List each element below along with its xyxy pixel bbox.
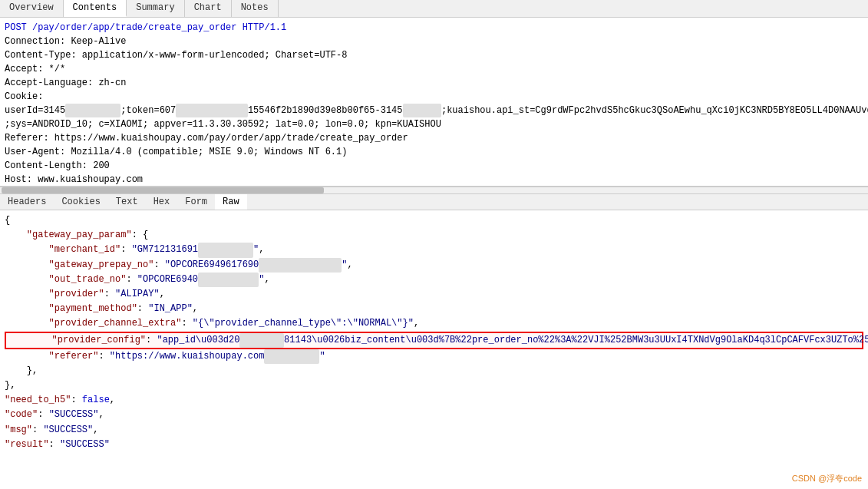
json-line-0: { (5, 213, 863, 228)
json-line-1: "gateway_pay_param": { (5, 228, 863, 243)
json-line-7: "provider_channel_extra": "{\"provider_c… (5, 316, 863, 331)
request-headers-area: POST /pay/order/app/trade/create_pay_ord… (0, 18, 868, 187)
json-content-area: { "gateway_pay_param": { "merchant_id": … (0, 210, 868, 489)
json-line-msg: "msg": "SUCCESS", (5, 423, 863, 438)
watermark: CSDN @浮夸code (792, 473, 862, 484)
json-line-4: "out_trade_no": "OPCORE6940 ", (5, 273, 863, 287)
header-cookie-extra: ;sys=ANDROID_10; c=XIAOMI; appver=11.3.3… (5, 117, 863, 131)
tab-form[interactable]: Form (177, 194, 215, 210)
json-line-referer: "referer": "https://www.kuaishoupay.com … (5, 349, 863, 364)
json-line-3: "gateway_prepay_no": "OPCORE6949617690 "… (5, 258, 863, 273)
tab-overview[interactable]: Overview (0, 0, 64, 17)
header-referer: Referer: https://www.kuaishoupay.com/pay… (5, 131, 863, 145)
json-line-code: "code": "SUCCESS", (5, 408, 863, 422)
header-accept-language: Accept-Language: zh-cn (5, 76, 863, 90)
tab-chart[interactable]: Chart (185, 0, 232, 17)
tab-summary[interactable]: Summary (127, 0, 184, 17)
header-connection: Connection: Keep-Alive (5, 35, 863, 48)
tab-hex[interactable]: Hex (146, 194, 178, 210)
header-host: Host: www.kuaishoupay.com (5, 173, 863, 187)
json-line-2: "merchant_id": "GM712131691 ", (5, 243, 863, 257)
tab-contents[interactable]: Contents (64, 0, 127, 17)
header-content-type: Content-Type: application/x-www-form-url… (5, 48, 863, 62)
json-line-5: "provider": "ALIPAY", (5, 287, 863, 302)
tab-headers[interactable]: Headers (0, 194, 54, 210)
tab-text[interactable]: Text (108, 194, 146, 210)
header-accept: Accept: */* (5, 62, 863, 76)
json-line-need-to-h5: "need_to_h5": false, (5, 393, 863, 408)
json-line-close-obj: }, (5, 364, 863, 378)
tab-notes[interactable]: Notes (232, 0, 279, 17)
header-user-agent: User-Agent: Mozilla/4.0 (compatible; MSI… (5, 145, 863, 159)
scroll-thumb[interactable] (2, 187, 324, 193)
tab-cookies[interactable]: Cookies (54, 194, 107, 210)
horizontal-scrollbar[interactable] (0, 187, 868, 194)
top-tab-bar: Overview Contents Summary Chart Notes (0, 0, 868, 18)
header-cookie-value: userId=3145 ;token=607 15546f2b1890d39e8… (5, 104, 863, 117)
bottom-tab-bar: Headers Cookies Text Hex Form Raw (0, 194, 868, 210)
header-cookie-label: Cookie: (5, 90, 863, 104)
json-line-result: "result": "SUCCESS" (5, 438, 863, 452)
request-method-line: POST /pay/order/app/trade/create_pay_ord… (5, 21, 863, 35)
json-line-close-outer: }, (5, 378, 863, 393)
json-line-highlight: "provider_config": "app_id\u003d20 81143… (5, 332, 863, 349)
json-line-6: "payment_method": "IN_APP", (5, 302, 863, 316)
tab-raw[interactable]: Raw (215, 194, 247, 210)
header-content-length: Content-Length: 200 (5, 159, 863, 173)
